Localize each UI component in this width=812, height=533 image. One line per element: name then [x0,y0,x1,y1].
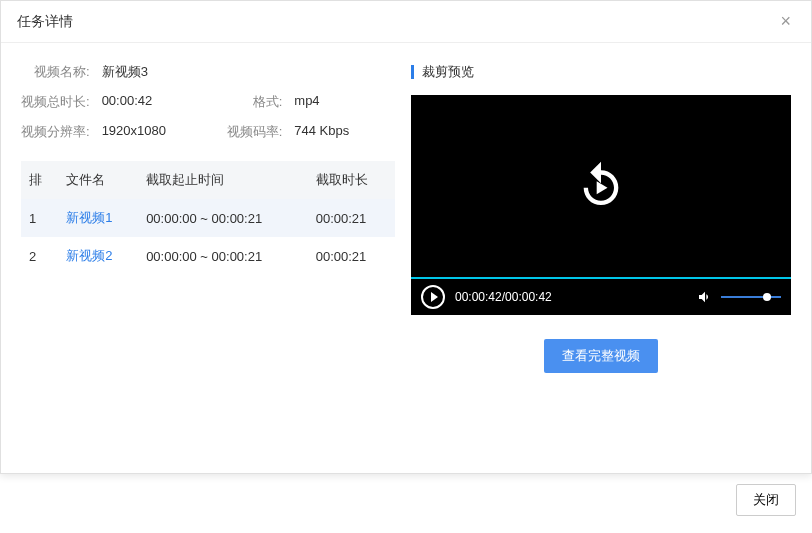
res-label: 视频分辨率: [21,123,90,141]
name-value: 新视频3 [102,63,203,81]
res-value: 1920x1080 [102,123,203,141]
cell-range: 00:00:00 ~ 00:00:21 [138,199,308,237]
cell-idx: 1 [21,199,58,237]
view-full-video-button[interactable]: 查看完整视频 [544,339,658,373]
format-label: 格式: [214,93,282,111]
duration-value: 00:00:42 [102,93,203,111]
dialog-body: 视频名称: 新视频3 视频总时长: 00:00:42 格式: mp4 视频分辨率… [1,43,811,473]
left-panel: 视频名称: 新视频3 视频总时长: 00:00:42 格式: mp4 视频分辨率… [21,63,395,453]
bitrate-label: 视频码率: [214,123,282,141]
volume-icon[interactable] [697,289,713,305]
dialog-header: 任务详情 × [1,1,811,43]
right-panel: 裁剪预览 00:00:42/00:00:42 查看完整视频 [411,63,791,453]
close-button[interactable]: 关闭 [736,484,796,516]
col-dur: 截取时长 [308,161,395,199]
cell-idx: 2 [21,237,58,275]
preview-actions: 查看完整视频 [411,339,791,373]
dialog-footer: 关闭 [0,474,812,526]
cell-range: 00:00:00 ~ 00:00:21 [138,237,308,275]
col-idx: 排 [21,161,58,199]
name-label: 视频名称: [21,63,90,81]
clips-table: 排 文件名 截取起止时间 截取时长 1 新视频1 00:00:00 ~ 00:0… [21,161,395,275]
format-value: mp4 [294,93,395,111]
col-name: 文件名 [58,161,138,199]
clip-link[interactable]: 新视频1 [66,210,112,225]
task-detail-dialog: 任务详情 × 视频名称: 新视频3 视频总时长: 00:00:42 格式: mp… [0,0,812,474]
cell-dur: 00:00:21 [308,237,395,275]
duration-label: 视频总时长: [21,93,90,111]
volume-area [697,289,781,305]
table-header-row: 排 文件名 截取起止时间 截取时长 [21,161,395,199]
dialog-title: 任务详情 [17,13,73,31]
video-player[interactable]: 00:00:42/00:00:42 [411,95,791,315]
svg-marker-0 [597,182,608,195]
time-display: 00:00:42/00:00:42 [455,290,552,304]
table-row[interactable]: 1 新视频1 00:00:00 ~ 00:00:21 00:00:21 [21,199,395,237]
cell-dur: 00:00:21 [308,199,395,237]
bitrate-value: 744 Kbps [294,123,395,141]
close-icon[interactable]: × [776,11,795,32]
col-range: 截取起止时间 [138,161,308,199]
volume-slider[interactable] [721,296,781,298]
clip-link[interactable]: 新视频2 [66,248,112,263]
replay-icon[interactable] [575,160,627,215]
play-icon[interactable] [421,285,445,309]
table-row[interactable]: 2 新视频2 00:00:00 ~ 00:00:21 00:00:21 [21,237,395,275]
video-controls: 00:00:42/00:00:42 [411,279,791,315]
video-info: 视频名称: 新视频3 视频总时长: 00:00:42 格式: mp4 视频分辨率… [21,63,395,141]
preview-title: 裁剪预览 [411,63,791,81]
